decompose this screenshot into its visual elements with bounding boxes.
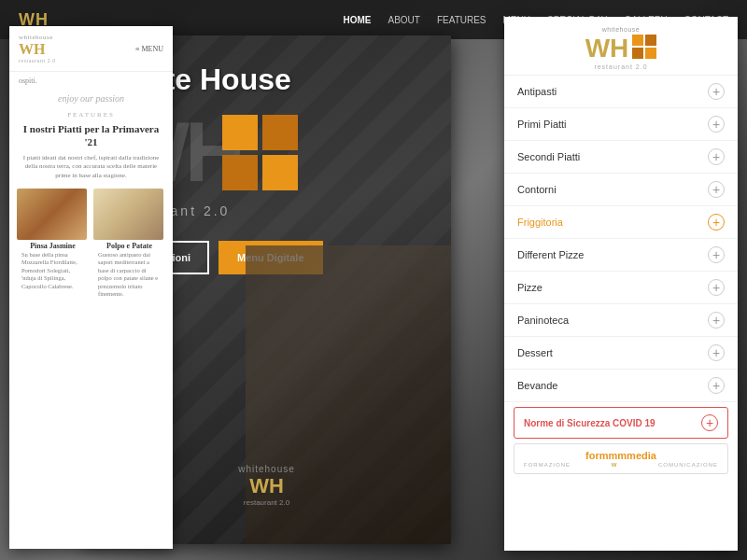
orange-block-3 xyxy=(222,155,258,190)
right-block-4 xyxy=(645,48,656,59)
menu-item-label: Different Pizze xyxy=(517,249,584,260)
menu-item-bevande[interactable]: Bevande + xyxy=(504,370,738,402)
menu-item-antipasti[interactable]: Antipasti + xyxy=(504,76,738,108)
left-mobile-panel: whitehouse WH restaurant 2.0 ≡ MENU ospi… xyxy=(9,26,173,549)
right-block-3 xyxy=(632,48,643,59)
food-item-2: Polpo e Patate Gustoso antipasto dai sap… xyxy=(93,189,165,300)
menu-item-plus-icon[interactable]: + xyxy=(708,312,725,329)
form-text: form xyxy=(585,450,608,461)
food-name-1: Pinsa Jasmine xyxy=(17,240,89,250)
left-logo-text: whitehouse xyxy=(19,34,56,41)
menu-item-plus-icon[interactable]: + xyxy=(708,246,725,263)
right-wh-blocks xyxy=(632,35,656,59)
food-image-1 xyxy=(17,189,87,240)
menu-item-different-pizze[interactable]: Different Pizze + xyxy=(504,239,738,272)
left-tagline: enjoy our passion xyxy=(9,90,173,107)
menu-item-plus-icon[interactable]: + xyxy=(708,214,725,231)
mm-text: mm xyxy=(609,450,627,461)
food-desc-2: Gustoso antipasto dai sapori mediterrane… xyxy=(93,250,165,300)
left-feature-desc: I piatti ideati dai nostri chef, ispirat… xyxy=(9,151,173,184)
formmedia-sub1: FORMAZIONE xyxy=(524,462,571,468)
menu-item-pizze[interactable]: Pizze + xyxy=(504,272,738,304)
right-header: whitehouse WH restaurant 2.0 xyxy=(504,17,738,76)
menu-item-label: Pizze xyxy=(517,282,543,293)
orange-block-1 xyxy=(222,115,258,150)
left-header: whitehouse WH restaurant 2.0 ≡ MENU xyxy=(9,26,173,72)
right-block-1 xyxy=(632,35,643,46)
menu-item-plus-icon[interactable]: + xyxy=(708,148,725,165)
menu-item-label: Paninoteca xyxy=(517,315,569,326)
menu-item-plus-icon[interactable]: + xyxy=(708,377,725,394)
food-desc-1: Su base della pinsa Mozzarella Fiordilat… xyxy=(17,250,89,291)
center-bottom-logo: whitehouse WH restaurant 2.0 xyxy=(238,464,295,507)
orange-block-2 xyxy=(262,115,298,150)
right-menu-panel: whitehouse WH restaurant 2.0 Antipasti +… xyxy=(504,17,738,551)
left-divider: FEATURES xyxy=(9,107,173,120)
bottom-logo-sub: restaurant 2.0 xyxy=(238,498,295,507)
nav-about[interactable]: ABOUT xyxy=(388,15,419,25)
food-item-1: Pinsa Jasmine Su base della pinsa Mozzar… xyxy=(17,189,89,300)
menu-list: Antipasti + Primi Piatti + Secondi Piatt… xyxy=(504,76,738,402)
menu-item-label: Dessert xyxy=(517,347,553,358)
right-sub-label: restaurant 2.0 xyxy=(515,63,726,70)
left-food-images: Pinsa Jasmine Su base della pinsa Mozzar… xyxy=(9,184,173,304)
right-wh-text: WH xyxy=(585,35,629,62)
formmedia-sub2: COMUNICAZIONE xyxy=(658,462,718,468)
media-text: media xyxy=(627,450,656,461)
menu-item-label: Secondi Piatti xyxy=(517,151,580,162)
right-logo-small: whitehouse xyxy=(515,26,726,33)
formmedia-text: formmmmedia xyxy=(524,450,718,461)
menu-item-plus-icon[interactable]: + xyxy=(708,181,725,198)
menu-item-secondi-piatti[interactable]: Secondi Piatti + xyxy=(504,141,738,174)
food-image-2 xyxy=(93,189,163,240)
covid-label: Norme di Sicurezza COVID 19 xyxy=(524,418,655,428)
menu-item-primi-piatti[interactable]: Primi Piatti + xyxy=(504,108,738,141)
orange-block-4 xyxy=(262,155,298,190)
menu-item-friggitoria[interactable]: Friggitoria + xyxy=(504,206,738,239)
menu-item-label: Primi Piatti xyxy=(517,119,567,130)
hero-orange-blocks xyxy=(222,115,298,190)
menu-item-plus-icon[interactable]: + xyxy=(708,83,725,100)
menu-item-label: Contorni xyxy=(517,184,557,195)
right-wh-logo: WH xyxy=(515,33,726,63)
covid-plus-icon[interactable]: + xyxy=(701,414,718,431)
menu-item-paninoteca[interactable]: Paninoteca + xyxy=(504,304,738,337)
formmedia-banner: formmmmedia FORMAZIONE W COMUNICAZIONE xyxy=(514,443,728,474)
covid-menu-item[interactable]: Norme di Sicurezza COVID 19 + xyxy=(514,407,728,439)
menu-item-plus-icon[interactable]: + xyxy=(708,279,725,296)
formmedia-logo-icon: W xyxy=(612,462,618,468)
food-name-2: Polpo e Patate xyxy=(93,240,165,250)
left-menu-button[interactable]: ≡ MENU xyxy=(135,45,163,53)
nav-home[interactable]: HOME xyxy=(343,15,371,25)
left-feature-title: I nostri Piatti per la Primavera '21 xyxy=(9,120,173,151)
menu-item-plus-icon[interactable]: + xyxy=(708,344,725,361)
left-wh-logo: WH xyxy=(19,41,56,58)
left-sub: restaurant 2.0 xyxy=(19,58,56,63)
nav-features[interactable]: FEATURES xyxy=(437,15,486,25)
menu-item-plus-icon[interactable]: + xyxy=(708,116,725,133)
left-ospiti: ospiti. xyxy=(9,72,173,90)
left-logo-block: whitehouse WH restaurant 2.0 xyxy=(19,34,56,63)
bottom-logo-wh: WH xyxy=(238,474,295,498)
menu-item-dessert[interactable]: Dessert + xyxy=(504,337,738,370)
menu-item-label: Friggitoria xyxy=(517,217,563,228)
menu-item-contorni[interactable]: Contorni + xyxy=(504,174,738,206)
right-block-2 xyxy=(645,35,656,46)
menu-item-label: Bevande xyxy=(517,380,557,391)
bottom-logo-text: whitehouse xyxy=(238,464,295,474)
menu-item-label: Antipasti xyxy=(517,86,557,97)
